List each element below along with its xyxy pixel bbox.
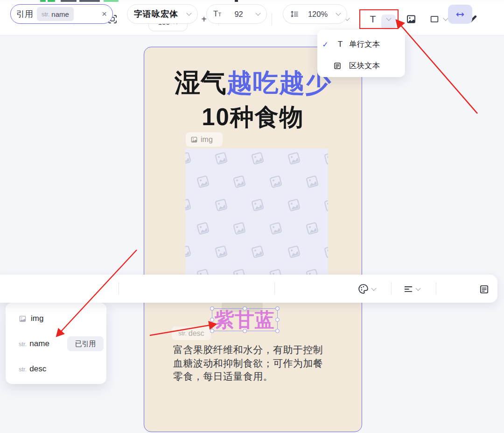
- font-size-select[interactable]: TT 92: [206, 4, 267, 24]
- chevron-down-icon: [255, 10, 260, 15]
- text-type-menu: ✓ T 单行文本 区块文本: [317, 30, 405, 77]
- image-placeholder-icon: [323, 198, 328, 213]
- menu-item-label: 区块文本: [349, 61, 380, 71]
- text-style-toolbar: [0, 275, 497, 303]
- field-type-prefix: str.: [42, 11, 49, 18]
- strip-fragment: [104, 0, 119, 2]
- field-type-prefix: str.: [19, 366, 27, 373]
- line-height-select[interactable]: 120%: [283, 4, 347, 24]
- image-placeholder-icon: [323, 151, 328, 166]
- field-item-img[interactable]: img: [6, 307, 106, 330]
- field-list-panel: img str. name 已引用 str. desc: [6, 303, 106, 384]
- text-color-button[interactable]: [357, 283, 376, 295]
- selection-handle-n[interactable]: [243, 306, 247, 311]
- font-family-select[interactable]: 字语咏宏体: [127, 4, 198, 24]
- single-line-text-icon: T: [333, 40, 347, 49]
- shape-tool-button[interactable]: [427, 3, 450, 35]
- field-label: desc: [29, 364, 46, 374]
- plus-icon: +: [201, 14, 207, 25]
- image-placeholder-icon: [323, 244, 328, 259]
- field-item-name[interactable]: str. name 已引用: [6, 333, 106, 355]
- image-placeholder-icon: [196, 174, 210, 189]
- block-text-toggle-button[interactable]: [479, 284, 490, 295]
- strip-fragment: [61, 0, 77, 2]
- palette-icon: [357, 283, 369, 295]
- desc-field-tag[interactable]: str. desc: [172, 327, 211, 340]
- rectangle-icon: [429, 14, 440, 24]
- image-placeholder-icon: [305, 221, 320, 236]
- image-placeholder-icon: [196, 221, 210, 236]
- menu-item-label: 单行文本: [349, 39, 380, 50]
- menu-item-single-line-text[interactable]: ✓ T 单行文本: [317, 34, 405, 55]
- block-text-icon: [333, 62, 347, 70]
- selection-handle-se[interactable]: [275, 329, 280, 333]
- field-item-desc[interactable]: str. desc: [6, 358, 106, 380]
- selection-handle-ne[interactable]: [275, 306, 280, 311]
- font-name: 字语咏宏体: [134, 8, 178, 20]
- image-placeholder-icon: [250, 198, 265, 213]
- referenced-badge: 已引用: [67, 336, 104, 351]
- img-tag-label: img: [201, 135, 213, 144]
- image-placeholder-icon: [305, 174, 320, 189]
- image-placeholder-icon: [185, 198, 192, 213]
- chevron-down-icon: [336, 10, 341, 15]
- reference-label: 引用: [16, 8, 33, 20]
- image-placeholder-icon: [232, 174, 247, 189]
- field-label: img: [31, 314, 43, 323]
- field-value: name: [51, 10, 69, 18]
- selection-handle-nw[interactable]: [210, 306, 214, 311]
- image-icon: [190, 136, 198, 143]
- chevron-down-icon: [443, 15, 448, 21]
- field-label: name: [29, 339, 49, 348]
- reference-field[interactable]: 引用 str. name ×: [10, 4, 113, 24]
- divider: [436, 283, 436, 295]
- selected-text-element[interactable]: 紫甘蓝: [212, 308, 278, 331]
- image-placeholder-icon: [268, 221, 283, 236]
- image-placeholder-icon: [287, 244, 301, 259]
- selection-handle-sw[interactable]: [210, 329, 214, 333]
- field-type-prefix: str.: [178, 330, 186, 337]
- image-icon: [19, 315, 27, 323]
- app-root: (x) − 100 % +: [0, 0, 504, 433]
- strip-fragment: [235, 0, 238, 2]
- selection-handle-w[interactable]: [210, 318, 214, 322]
- title-blue-part: 越吃越少: [227, 68, 331, 97]
- image-placeholder-icon: [250, 151, 265, 166]
- image-placeholder-icon: [268, 174, 283, 189]
- font-size-icon: TT: [213, 9, 221, 19]
- close-icon[interactable]: ×: [102, 9, 107, 19]
- chevron-down-icon: [371, 285, 376, 291]
- line-height-icon: [290, 9, 299, 19]
- image-placeholder-icon: [214, 244, 229, 259]
- description-text: 富含果胶纤维和水分，有助于控制血糖波动和抑制食欲；可作为加餐零食，每日适量食用。: [173, 344, 323, 382]
- divider: [272, 14, 272, 26]
- img-field-tag[interactable]: img: [186, 132, 223, 147]
- check-icon: ✓: [317, 40, 333, 49]
- card-title-line2[interactable]: 10种食物: [144, 101, 362, 134]
- text-align-button[interactable]: [403, 284, 420, 294]
- divider: [391, 283, 392, 295]
- block-text-icon: [479, 284, 490, 295]
- image-tool-button[interactable]: [403, 3, 419, 35]
- strip-fragment: [40, 0, 46, 2]
- align-left-text-icon: [403, 284, 413, 294]
- card-description-text[interactable]: 富含果胶纤维和水分，有助于控制血糖波动和抑制食欲；可作为加餐零食，每日适量食用。: [173, 343, 333, 383]
- menu-item-block-text[interactable]: 区块文本: [317, 55, 405, 77]
- divider: [119, 283, 119, 295]
- image-placeholder-icon: [185, 244, 192, 259]
- chevron-down-icon: [186, 10, 191, 15]
- selection-handle-s[interactable]: [243, 329, 247, 333]
- horizontal-resize-icon: [455, 9, 465, 20]
- annotation-highlight-box: [359, 9, 399, 29]
- image-placeholder-icon: [287, 151, 301, 166]
- auto-width-button[interactable]: [448, 5, 472, 24]
- divider: [274, 283, 275, 295]
- image-icon: [406, 14, 417, 25]
- selection-handle-e[interactable]: [275, 318, 280, 322]
- image-placeholder[interactable]: [185, 149, 328, 278]
- image-placeholder-icon: [214, 151, 229, 166]
- title-line2-text: 10种食物: [202, 104, 304, 130]
- strip-fragment: [79, 0, 100, 2]
- strip-fragment: [48, 0, 55, 2]
- reference-chip[interactable]: str. name: [37, 7, 74, 21]
